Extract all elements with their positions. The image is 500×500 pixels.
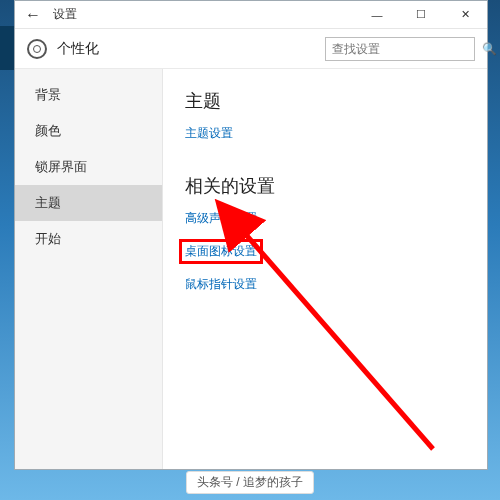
sidebar-item-label: 锁屏界面 [35, 158, 87, 176]
section-heading-related: 相关的设置 [185, 174, 467, 198]
close-button[interactable]: ✕ [443, 1, 487, 28]
back-button[interactable]: ← [15, 1, 51, 28]
search-box[interactable]: 🔍 [325, 37, 475, 61]
desktop-taskbar-fragment [0, 26, 14, 70]
sidebar-item-label: 背景 [35, 86, 61, 104]
sidebar-item-label: 主题 [35, 194, 61, 212]
link-desktop-icons[interactable]: 桌面图标设置 [185, 243, 257, 260]
minimize-icon: — [372, 9, 383, 21]
sidebar: 背景 颜色 锁屏界面 主题 开始 [15, 69, 163, 469]
watermark-badge: 头条号 / 追梦的孩子 [186, 471, 314, 494]
sidebar-item-lockscreen[interactable]: 锁屏界面 [15, 149, 162, 185]
minimize-button[interactable]: — [355, 1, 399, 28]
page-title: 个性化 [57, 40, 99, 58]
search-icon: 🔍 [482, 42, 497, 56]
svg-line-0 [241, 229, 433, 449]
sidebar-item-themes[interactable]: 主题 [15, 185, 162, 221]
sidebar-item-background[interactable]: 背景 [15, 77, 162, 113]
sidebar-item-label: 颜色 [35, 122, 61, 140]
window-title: 设置 [51, 6, 77, 23]
page-header: 个性化 🔍 [15, 29, 487, 69]
link-advanced-sound[interactable]: 高级声音设置 [185, 210, 257, 227]
settings-window: ← 设置 — ☐ ✕ 个性化 🔍 背景 颜色 锁屏界面 [14, 0, 488, 470]
search-input[interactable] [332, 42, 482, 56]
link-theme-settings[interactable]: 主题设置 [185, 125, 233, 142]
sidebar-item-label: 开始 [35, 230, 61, 248]
link-mouse-pointer[interactable]: 鼠标指针设置 [185, 276, 257, 293]
sidebar-item-colors[interactable]: 颜色 [15, 113, 162, 149]
gear-icon [27, 39, 47, 59]
window-body: 背景 颜色 锁屏界面 主题 开始 主题 主题设置 相关的设置 高级声音设置 桌面… [15, 69, 487, 469]
section-heading-theme: 主题 [185, 89, 467, 113]
content-pane: 主题 主题设置 相关的设置 高级声音设置 桌面图标设置 鼠标指针设置 [163, 69, 487, 469]
watermark-text: 头条号 / 追梦的孩子 [197, 475, 303, 489]
window-titlebar: ← 设置 — ☐ ✕ [15, 1, 487, 29]
arrow-left-icon: ← [25, 6, 41, 24]
sidebar-item-start[interactable]: 开始 [15, 221, 162, 257]
maximize-icon: ☐ [416, 8, 426, 21]
close-icon: ✕ [461, 8, 470, 21]
maximize-button[interactable]: ☐ [399, 1, 443, 28]
